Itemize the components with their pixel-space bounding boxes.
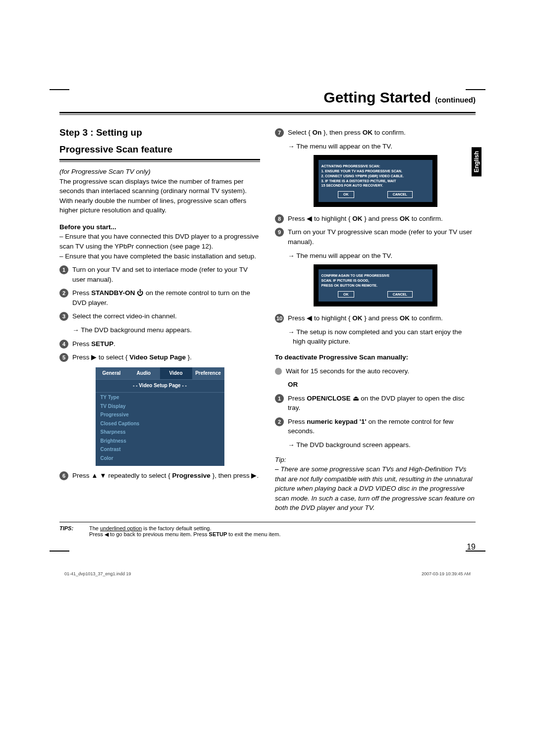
result-line: → The menu will appear on the TV. <box>288 251 476 261</box>
menu-item: Closed Captions <box>101 419 219 428</box>
dialog-buttons: OK CANCEL <box>321 291 429 298</box>
section-heading: Progressive Scan feature <box>59 143 260 156</box>
arrow-icon: → <box>288 328 296 336</box>
dialog-cancel-button: CANCEL <box>387 191 413 198</box>
step-number-icon: 8 <box>275 214 284 223</box>
step-text: Press ▲ ▼ repeatedly to select { Progres… <box>72 471 260 481</box>
step-number-icon: 2 <box>275 417 284 426</box>
step-10: 10 Press ◀ to highlight { OK } and press… <box>275 313 476 323</box>
dialog-ok-button: OK <box>338 191 354 198</box>
step-number-icon: 5 <box>59 353 68 362</box>
menu-item: Progressive <box>101 411 219 420</box>
left-column: Step 3 : Setting up Progressive Scan fea… <box>59 124 260 513</box>
step-2: 2 Press STANDBY-ON ⏻ on the remote contr… <box>59 288 260 307</box>
osd-dialog-confirm: CONFIRM AGAIN TO USE PROGRESSIVE SCAN. I… <box>314 264 437 306</box>
result-line: → The DVD background menu appears. <box>72 325 260 335</box>
title-continued: (continued) <box>435 96 476 104</box>
step-text: Select { On }, then press OK to confirm. <box>288 128 476 138</box>
intro-subtitle: (for Progressive Scan TV only) <box>59 168 151 175</box>
menu-subtitle: - - Video Setup Page - - <box>96 379 224 393</box>
menu-item: Sharpness <box>101 428 219 437</box>
menu-item: Contrast <box>101 446 219 454</box>
step-number-icon: 1 <box>275 394 284 403</box>
menu-tab-audio: Audio <box>128 367 160 380</box>
intro-body: The progressive scan displays twice the … <box>59 178 247 214</box>
tips-body: The underlined option is the factory def… <box>89 525 476 538</box>
menu-item-list: TY Type TV Display Progressive Closed Ca… <box>96 393 224 466</box>
step-text: Press numeric keypad '1' on the remote c… <box>288 417 476 436</box>
dialog-body: CONFIRM AGAIN TO USE PROGRESSIVE SCAN. I… <box>319 269 432 302</box>
step-number-icon: 7 <box>275 128 284 137</box>
crop-mark <box>466 89 485 90</box>
bullet-icon <box>275 368 282 375</box>
tip-body: – There are some progressive scan TVs an… <box>275 464 476 513</box>
dialog-ok-button: OK <box>338 291 354 298</box>
step-number-icon: 9 <box>275 228 284 237</box>
result-line: → The menu will appear on the TV. <box>288 142 476 151</box>
deactivate-step-1: 1 Press OPEN/CLOSE ⏏ on the DVD player t… <box>275 394 476 413</box>
arrow-icon: → <box>72 326 81 334</box>
step-number-icon: 4 <box>59 340 68 349</box>
tips-footer: TIPS: The underlined option is the facto… <box>59 522 476 538</box>
bullet-item: Wait for 15 seconds for the auto recover… <box>275 366 476 376</box>
right-column: 7 Select { On }, then press OK to confir… <box>275 124 476 513</box>
menu-tab-video: Video <box>160 367 192 380</box>
step-number-icon: 10 <box>275 314 284 323</box>
step-number-icon: 3 <box>59 312 68 321</box>
step-1: 1 Turn on your TV and set to interlace m… <box>59 265 260 284</box>
menu-item: Brightness <box>101 437 219 446</box>
step-text: Press ▶ to select { Video Setup Page }. <box>72 353 260 362</box>
step-text: Press ◀ to highlight { OK } and press OK… <box>288 313 476 323</box>
step-text: Turn on your TV progressive scan mode (r… <box>288 227 476 247</box>
tip-label: Tip: <box>275 455 476 465</box>
deactivate-step-2: 2 Press numeric keypad '1' on the remote… <box>275 417 476 436</box>
dialog-cancel-button: CANCEL <box>387 291 413 298</box>
print-footer-file: 01-41_dvp1013_37_eng1.indd 19 <box>64 571 131 576</box>
step-text: Turn on your TV and set to interlace mod… <box>72 265 260 284</box>
dialog-body: ACTIVATING PROGRESSIVE SCAN: 1. ENSURE Y… <box>319 160 432 202</box>
before-item: – Ensure that you have completed the bas… <box>59 252 260 261</box>
rule <box>59 112 476 113</box>
result-line: → The DVD background screen appears. <box>288 440 476 450</box>
before-heading: Before you start... <box>59 222 260 232</box>
dialog-buttons: OK CANCEL <box>321 191 429 198</box>
intro-paragraph: (for Progressive Scan TV only) The progr… <box>59 167 260 215</box>
print-footer-date: 2007-03-19 10:39:45 AM <box>422 571 471 576</box>
arrow-icon: → <box>288 143 296 150</box>
step-9: 9 Turn on your TV progressive scan mode … <box>275 227 476 247</box>
tip-block: Tip: – There are some progressive scan T… <box>275 455 476 513</box>
crop-mark <box>50 89 69 90</box>
crop-mark <box>466 551 485 552</box>
step-4: 4 Press SETUP. <box>59 339 260 349</box>
or-label: OR <box>288 380 476 390</box>
rule <box>59 161 260 162</box>
step-7: 7 Select { On }, then press OK to confir… <box>275 128 476 138</box>
before-item: – Ensure that you have connected this DV… <box>59 232 260 251</box>
menu-item: TY Type <box>101 394 219 403</box>
before-block: Before you start... – Ensure that you ha… <box>59 222 260 261</box>
tips-label: TIPS: <box>59 525 89 538</box>
page-title: Getting Started (continued) <box>59 89 476 109</box>
section-heading: Step 3 : Setting up <box>59 126 260 140</box>
step-6: 6 Press ▲ ▼ repeatedly to select { Progr… <box>59 471 260 481</box>
title-text: Getting Started <box>323 89 431 105</box>
menu-tabs: General Audio Video Preference <box>96 367 224 380</box>
rule <box>59 159 260 160</box>
rule <box>59 114 476 115</box>
step-5: 5 Press ▶ to select { Video Setup Page }… <box>59 353 260 362</box>
arrow-icon: → <box>288 252 296 259</box>
menu-tab-general: General <box>96 367 128 380</box>
result-line: → The setup is now completed and you can… <box>288 327 476 347</box>
step-text: Press OPEN/CLOSE ⏏ on the DVD player to … <box>288 394 476 413</box>
menu-item: TV Display <box>101 402 219 411</box>
content-columns: Step 3 : Setting up Progressive Scan fea… <box>59 124 476 513</box>
step-text: Press STANDBY-ON ⏻ on the remote control… <box>72 288 260 307</box>
step-3: 3 Select the correct video-in channel. <box>59 311 260 321</box>
bullet-text: Wait for 15 seconds for the auto recover… <box>286 366 409 376</box>
arrow-icon: → <box>288 441 296 449</box>
deactivate-heading: To deactivate Progressive Scan manually: <box>275 353 476 362</box>
menu-tab-preference: Preference <box>192 367 224 380</box>
step-number-icon: 1 <box>59 265 68 274</box>
step-text: Press SETUP. <box>72 339 260 349</box>
step-number-icon: 6 <box>59 471 68 480</box>
